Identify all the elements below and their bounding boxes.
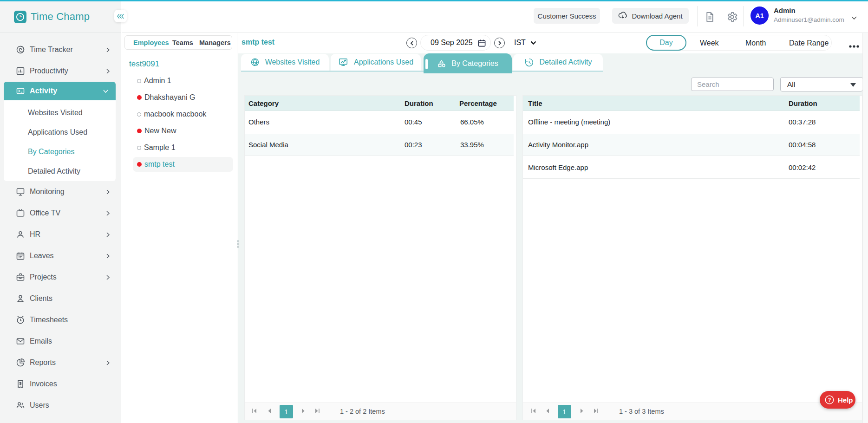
svg-text:?: ? — [828, 397, 831, 403]
